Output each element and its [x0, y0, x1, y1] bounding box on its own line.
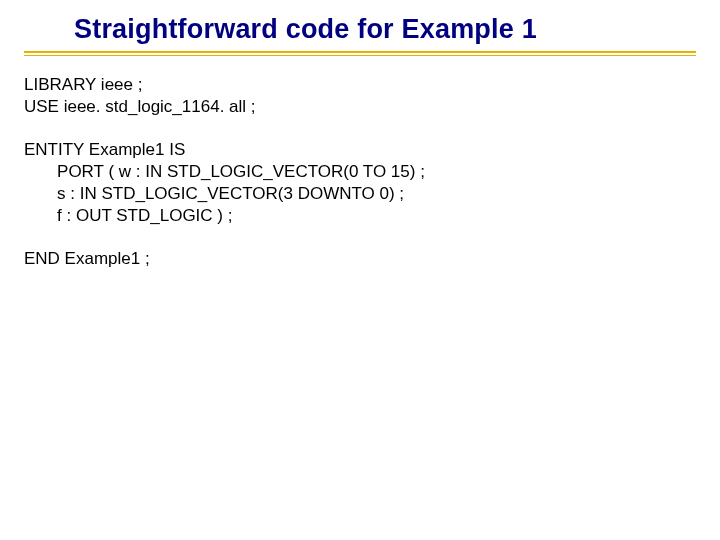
- code-listing: LIBRARY ieee ; USE ieee. std_logic_1164.…: [24, 74, 696, 270]
- divider-top: [24, 51, 696, 53]
- slide: Straightforward code for Example 1 LIBRA…: [0, 0, 720, 540]
- page-title: Straightforward code for Example 1: [74, 14, 696, 45]
- divider-bottom: [24, 55, 696, 56]
